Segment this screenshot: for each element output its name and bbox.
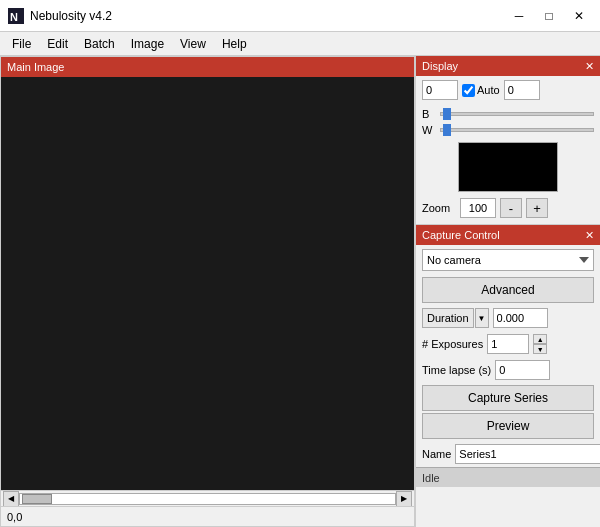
- display-top-row: Auto: [416, 76, 600, 104]
- menu-view[interactable]: View: [172, 35, 214, 53]
- display-header: Display ✕: [416, 56, 600, 76]
- app-icon: N: [8, 8, 24, 24]
- zoom-input[interactable]: [460, 198, 496, 218]
- status-coords: 0,0: [7, 511, 22, 523]
- close-button[interactable]: ✕: [566, 6, 592, 26]
- w-slider-thumb[interactable]: [443, 124, 451, 136]
- menu-image[interactable]: Image: [123, 35, 172, 53]
- scrollbar-track-h[interactable]: [19, 493, 396, 505]
- menu-batch[interactable]: Batch: [76, 35, 123, 53]
- display-close-icon[interactable]: ✕: [585, 60, 594, 73]
- duration-dropdown: Duration ▼: [422, 308, 489, 328]
- w-label: W: [422, 124, 436, 136]
- window-controls: ─ □ ✕: [506, 6, 592, 26]
- timelapse-label: Time lapse (s): [422, 364, 491, 376]
- name-input[interactable]: [455, 444, 600, 464]
- title-bar: N Nebulosity v4.2 ─ □ ✕: [0, 0, 600, 32]
- minimize-button[interactable]: ─: [506, 6, 532, 26]
- main-image-title: Main Image: [7, 61, 64, 73]
- menu-help[interactable]: Help: [214, 35, 255, 53]
- scroll-left-arrow[interactable]: ◀: [3, 491, 19, 507]
- maximize-button[interactable]: □: [536, 6, 562, 26]
- menu-bar: File Edit Batch Image View Help: [0, 32, 600, 56]
- camera-row: No camera: [416, 245, 600, 275]
- display-section: Display ✕ Auto B W: [416, 56, 600, 225]
- timelapse-row: Time lapse (s): [416, 357, 600, 383]
- menu-file[interactable]: File: [4, 35, 39, 53]
- b-slider-thumb[interactable]: [443, 108, 451, 120]
- display-preview-box: [458, 142, 558, 192]
- capture-series-button[interactable]: Capture Series: [422, 385, 594, 411]
- scroll-right-arrow[interactable]: ▶: [396, 491, 412, 507]
- horizontal-scrollbar[interactable]: ◀ ▶: [1, 490, 414, 506]
- exposures-input[interactable]: [487, 334, 529, 354]
- camera-select[interactable]: No camera: [422, 249, 594, 271]
- name-row: Name: [416, 441, 600, 467]
- zoom-plus-button[interactable]: +: [526, 198, 548, 218]
- preview-button[interactable]: Preview: [422, 413, 594, 439]
- status-bar: 0,0: [1, 506, 414, 526]
- display-input-left[interactable]: [422, 80, 458, 100]
- exposures-label: # Exposures: [422, 338, 483, 350]
- b-slider-row: B: [422, 106, 594, 122]
- duration-dropdown-arrow[interactable]: ▼: [475, 308, 489, 328]
- exposures-row: # Exposures ▲ ▼: [416, 331, 600, 357]
- exposures-up-button[interactable]: ▲: [533, 334, 547, 344]
- scrollbar-thumb-h[interactable]: [22, 494, 52, 504]
- auto-checkbox[interactable]: [462, 84, 475, 97]
- main-image-header: Main Image: [1, 57, 414, 77]
- duration-row: Duration ▼: [416, 305, 600, 331]
- zoom-label: Zoom: [422, 202, 456, 214]
- duration-input[interactable]: [493, 308, 548, 328]
- display-title: Display: [422, 60, 458, 72]
- advanced-button[interactable]: Advanced: [422, 277, 594, 303]
- zoom-row: Zoom - +: [416, 196, 600, 224]
- zoom-minus-button[interactable]: -: [500, 198, 522, 218]
- title-bar-left: N Nebulosity v4.2: [8, 8, 112, 24]
- idle-status-bar: Idle: [416, 467, 600, 487]
- capture-section: Capture Control ✕ No camera Advanced Dur…: [416, 225, 600, 527]
- timelapse-input[interactable]: [495, 360, 550, 380]
- duration-label-btn[interactable]: Duration: [422, 308, 474, 328]
- main-content: Main Image ◀ ▶ 0,0 Display ✕: [0, 56, 600, 527]
- main-image-canvas: [1, 77, 414, 490]
- exposures-down-button[interactable]: ▼: [533, 344, 547, 354]
- menu-edit[interactable]: Edit: [39, 35, 76, 53]
- svg-text:N: N: [10, 11, 18, 23]
- w-slider-track[interactable]: [440, 128, 594, 132]
- capture-title: Capture Control: [422, 229, 500, 241]
- bw-sliders: B W: [416, 104, 600, 140]
- right-panel: Display ✕ Auto B W: [415, 56, 600, 527]
- display-input-right[interactable]: [504, 80, 540, 100]
- idle-status-text: Idle: [422, 472, 440, 484]
- b-slider-track[interactable]: [440, 112, 594, 116]
- w-slider-row: W: [422, 122, 594, 138]
- auto-checkbox-label: Auto: [462, 84, 500, 97]
- capture-close-icon[interactable]: ✕: [585, 229, 594, 242]
- b-label: B: [422, 108, 436, 120]
- exposures-spinner: ▲ ▼: [533, 334, 547, 354]
- auto-label: Auto: [477, 84, 500, 96]
- app-title: Nebulosity v4.2: [30, 9, 112, 23]
- left-panel: Main Image ◀ ▶ 0,0: [0, 56, 415, 527]
- name-label: Name: [422, 448, 451, 460]
- capture-header: Capture Control ✕: [416, 225, 600, 245]
